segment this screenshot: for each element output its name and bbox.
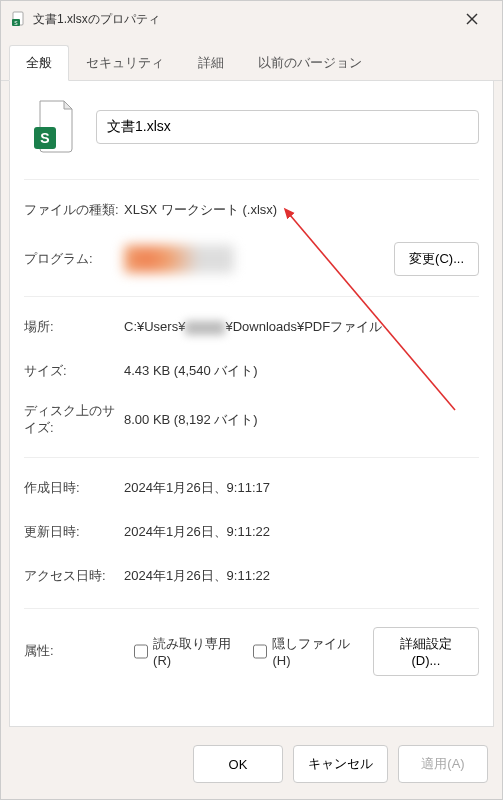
label-accessed: アクセス日時:	[24, 567, 124, 585]
svg-text:S: S	[40, 130, 49, 146]
cancel-button[interactable]: キャンセル	[293, 745, 388, 783]
checkbox-readonly-label: 読み取り専用(R)	[153, 635, 243, 668]
location-prefix: C:¥Users¥	[124, 319, 185, 334]
row-accessed: アクセス日時: 2024年1月26日、9:11:22	[24, 564, 479, 588]
tab-previous-versions[interactable]: 以前のバージョン	[241, 45, 379, 80]
row-modified: 更新日時: 2024年1月26日、9:11:22	[24, 520, 479, 544]
checkbox-hidden-label: 隠しファイル(H)	[272, 635, 362, 668]
file-header-row: S	[24, 99, 479, 155]
value-accessed: 2024年1月26日、9:11:22	[124, 567, 479, 585]
file-xlsx-icon: S	[11, 11, 27, 27]
value-program	[124, 245, 394, 273]
dialog-footer: OK キャンセル 適用(A)	[1, 735, 502, 799]
label-program: プログラム:	[24, 250, 124, 268]
properties-dialog: S 文書1.xlsxのプロパティ 全般 セキュリティ 詳細 以前のバージョン	[0, 0, 503, 800]
separator	[24, 179, 479, 180]
close-icon	[466, 13, 478, 25]
value-location: C:¥Users¥¥Downloads¥PDFファイル	[124, 318, 479, 336]
separator	[24, 296, 479, 297]
tab-details[interactable]: 詳細	[181, 45, 241, 80]
apply-button[interactable]: 適用(A)	[398, 745, 488, 783]
location-suffix: ¥Downloads¥PDFファイル	[225, 319, 382, 334]
label-size: サイズ:	[24, 362, 124, 380]
dialog-title: 文書1.xlsxのプロパティ	[33, 11, 160, 28]
tab-strip: 全般 セキュリティ 詳細 以前のバージョン	[1, 45, 502, 81]
checkbox-readonly-input[interactable]	[134, 644, 148, 659]
value-size: 4.43 KB (4,540 バイト)	[124, 362, 479, 380]
file-large-icon: S	[30, 99, 78, 155]
separator	[24, 457, 479, 458]
tab-content-general: S ファイルの種類: XLSX ワークシート (.xlsx) プログラム: 変更…	[9, 81, 494, 727]
value-created: 2024年1月26日、9:11:17	[124, 479, 479, 497]
titlebar: S 文書1.xlsxのプロパティ	[1, 1, 502, 37]
checkbox-hidden[interactable]: 隠しファイル(H)	[253, 635, 362, 668]
program-redacted	[124, 245, 234, 273]
checkbox-hidden-input[interactable]	[253, 644, 267, 659]
row-created: 作成日時: 2024年1月26日、9:11:17	[24, 476, 479, 500]
row-size: サイズ: 4.43 KB (4,540 バイト)	[24, 359, 479, 383]
tab-general[interactable]: 全般	[9, 45, 69, 81]
row-program: プログラム: 変更(C)...	[24, 242, 479, 276]
titlebar-left: S 文書1.xlsxのプロパティ	[11, 11, 160, 28]
checkbox-readonly[interactable]: 読み取り専用(R)	[134, 635, 243, 668]
row-filetype: ファイルの種類: XLSX ワークシート (.xlsx)	[24, 198, 479, 222]
label-created: 作成日時:	[24, 479, 124, 497]
label-location: 場所:	[24, 318, 124, 336]
value-disksize: 8.00 KB (8,192 バイト)	[124, 411, 479, 429]
label-disksize: ディスク上のサイズ:	[24, 403, 124, 437]
value-filetype: XLSX ワークシート (.xlsx)	[124, 201, 479, 219]
label-attributes: 属性:	[24, 642, 124, 660]
row-disksize: ディスク上のサイズ: 8.00 KB (8,192 バイト)	[24, 403, 479, 437]
location-redacted	[185, 321, 225, 335]
separator	[24, 608, 479, 609]
ok-button[interactable]: OK	[193, 745, 283, 783]
row-location: 場所: C:¥Users¥¥Downloads¥PDFファイル	[24, 315, 479, 339]
label-modified: 更新日時:	[24, 523, 124, 541]
filename-input[interactable]	[96, 110, 479, 144]
value-modified: 2024年1月26日、9:11:22	[124, 523, 479, 541]
row-attributes: 属性: 読み取り専用(R) 隠しファイル(H) 詳細設定(D)...	[24, 627, 479, 676]
close-button[interactable]	[452, 4, 492, 34]
advanced-button[interactable]: 詳細設定(D)...	[373, 627, 479, 676]
label-filetype: ファイルの種類:	[24, 201, 124, 219]
change-program-button[interactable]: 変更(C)...	[394, 242, 479, 276]
tab-security[interactable]: セキュリティ	[69, 45, 181, 80]
